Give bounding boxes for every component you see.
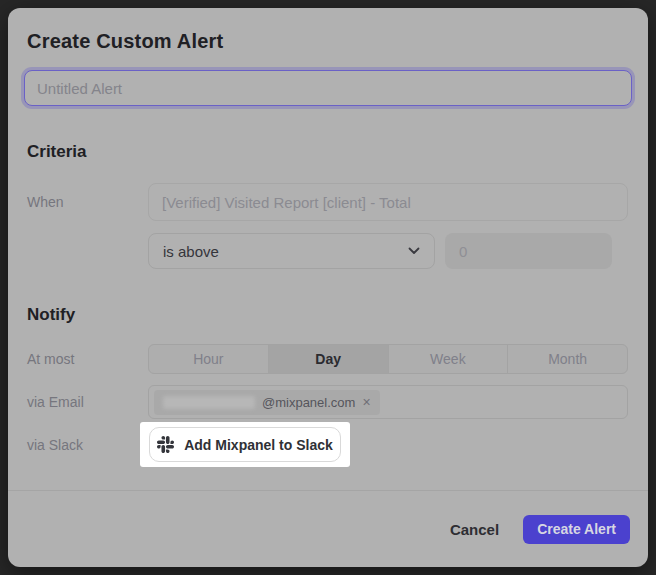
cancel-button[interactable]: Cancel (450, 521, 499, 538)
criteria-heading: Criteria (27, 142, 629, 162)
modal-footer: Cancel Create Alert (8, 490, 648, 567)
via-slack-row: via Slack (27, 422, 628, 467)
add-mixpanel-to-slack-button[interactable]: Add Mixpanel to Slack (149, 427, 341, 462)
threshold-input[interactable]: 0 (445, 233, 612, 269)
when-label: When (27, 194, 148, 210)
via-slack-label: via Slack (27, 437, 148, 453)
email-chip: @mixpanel.com × (154, 390, 380, 415)
chevron-down-icon (408, 247, 420, 255)
when-row: When [Verified] Visited Report [client] … (27, 183, 628, 221)
create-custom-alert-modal: Create Custom Alert Criteria When [Verif… (8, 8, 648, 567)
condition-select[interactable]: is above (148, 233, 435, 269)
frequency-option-week[interactable]: Week (388, 345, 508, 373)
via-email-label: via Email (27, 394, 148, 410)
email-recipients-input[interactable]: @mixpanel.com × (148, 385, 628, 419)
frequency-option-month[interactable]: Month (507, 345, 627, 373)
via-email-row: via Email @mixpanel.com × (27, 385, 628, 419)
event-selector-value: [Verified] Visited Report [client] - Tot… (162, 194, 411, 211)
modal-title: Create Custom Alert (27, 30, 629, 53)
remove-icon[interactable]: × (362, 395, 370, 409)
redacted-email-name (163, 396, 255, 409)
slack-button-label: Add Mixpanel to Slack (184, 437, 333, 453)
create-alert-button[interactable]: Create Alert (523, 515, 630, 544)
slack-spotlight-highlight: Add Mixpanel to Slack (140, 422, 350, 467)
frequency-option-day[interactable]: Day (268, 345, 388, 373)
at-most-label: At most (27, 351, 148, 367)
frequency-option-hour[interactable]: Hour (149, 345, 268, 373)
condition-row: is above 0 (27, 233, 628, 269)
threshold-value: 0 (459, 243, 467, 260)
event-selector[interactable]: [Verified] Visited Report [client] - Tot… (148, 183, 628, 221)
alert-name-input[interactable] (24, 70, 632, 106)
frequency-segmented-control: Hour Day Week Month (148, 344, 628, 374)
notify-heading: Notify (27, 305, 629, 325)
slack-icon (157, 436, 174, 453)
at-most-row: At most Hour Day Week Month (27, 344, 628, 374)
email-chip-domain: @mixpanel.com (262, 395, 355, 410)
condition-select-value: is above (163, 243, 219, 260)
